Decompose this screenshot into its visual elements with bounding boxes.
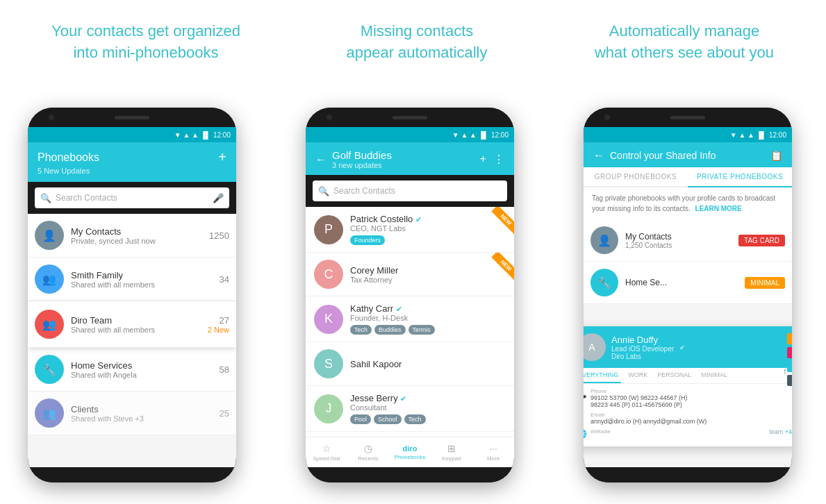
facebook-icon[interactable]: f [784,368,786,383]
phone3-bottom-bar [584,467,792,482]
nav-label: Phonebooks [395,454,425,460]
list-item[interactable]: 👤 My Contacts 1,250 Contacts TAG CARD [584,219,792,262]
search-icon: 🔍 [40,193,51,203]
phonebooks-add-button[interactable]: + [218,149,226,165]
tab-minimal[interactable]: MINIMAL [698,368,730,383]
list-item[interactable]: 👤 My Contacts Private, synced Just now 1… [28,214,236,258]
phone3-camera [604,115,610,120]
item-name: Corey Miller [350,265,506,276]
tag-minimal-button[interactable]: MINIMAL [745,277,785,289]
list-item[interactable]: S Sahil Kapoor [306,342,514,386]
list-item[interactable]: K Kathy Carr ✔ Founder, H-Desk Tech Budd… [306,296,514,342]
personal-button[interactable]: PERSONAL [787,347,792,358]
website-row: 🌐 Website team +4 [584,428,792,439]
work-button[interactable]: WORK [787,361,792,372]
list-item[interactable]: 🔧 Home Se... MINIMAL [584,262,792,304]
phone-icon: 📞 [584,389,586,398]
phone1-top-bar [28,108,236,127]
phone-row: 📞 Phone 99102 53700 (W) 98223 44567 (H) … [584,388,792,408]
list-item[interactable]: 👥 Clients Shared with Steve +3 25 [28,392,236,435]
nav-label: Keypad [442,455,461,462]
item-info: Corey Miller Tax Attorney [350,265,506,284]
list-item[interactable]: 🔧 Home Services Shared with Angela 58 [28,348,236,392]
tab-personal[interactable]: PERSONAL [654,368,694,383]
list-item[interactable]: C Corey Miller Tax Attorney NEW [306,253,514,296]
learn-more-link[interactable]: LEARN MORE [695,205,742,212]
phone2-camera [327,115,332,120]
heading-phonebooks: Your contacts get organized into mini-ph… [14,21,278,64]
heading-shared-info: Automatically manage what others see abo… [556,21,813,64]
avatar: 🔧 [35,355,64,384]
item-info: Patrick Costello ✔ CEO, NGT Labs Founder… [350,214,506,245]
nav-keypad[interactable]: ⊞ Keypad [431,437,472,467]
tag: Founders [350,235,385,245]
tab-everything[interactable]: EVERYTHING [584,368,621,383]
phone2-speaker [393,116,427,119]
item-name: Home Services [71,360,213,371]
tag-card-button[interactable]: TAG CARD [738,235,785,246]
list-item[interactable]: P Patrick Costello ✔ CEO, NGT Labs Found… [306,207,514,253]
avatar: S [314,349,343,378]
item-name: Clients [71,404,213,414]
item-desc: Shared with Steve +3 [71,414,213,423]
item-info: My Contacts Private, synced Just now [71,226,202,245]
list-item[interactable]: 👥 Diro Team Shared with all members 27 2… [28,301,236,348]
contact-company: Diro Labs [611,353,674,360]
phone1: ▼ ▲ ▲ ▐▌ 12:00 Phonebooks + 5 New Update… [28,108,236,482]
phone3: ▼ ▲ ▲ ▐▌ 12:00 ← Control your Shared Inf… [584,108,792,482]
tag: Tech [350,325,372,335]
minimal-button[interactable]: MINIMAL [787,333,792,344]
nav-more[interactable]: ··· More [472,437,514,467]
list-item[interactable]: J Joseph Carter [306,432,514,437]
overflow-menu-button[interactable]: ⋮ [493,153,504,166]
item-info: My Contacts 1,250 Contacts [625,232,732,249]
back-button[interactable]: ← [593,149,604,162]
item-count: 27 [220,315,229,326]
email-label: Email [590,412,707,418]
contacts-search[interactable]: 🔍 Search Contacts [313,180,507,201]
phone3-screen: ▼ ▲ ▲ ▐▌ 12:00 ← Control your Shared Inf… [584,127,792,467]
search-placeholder: Search Contacts [56,193,208,203]
everything-button[interactable]: EVERYTHING [787,375,792,386]
settings-icon[interactable]: 📋 [770,150,782,161]
shared-info-header: ← Control your Shared Info 📋 [584,142,792,167]
nav-label: Recents [358,455,378,462]
phonebook-tabs: GROUP PHONEBOOKS PRIVATE PHONEBOOKS [584,167,792,187]
tag: Tennis [408,325,435,335]
new-badge: 2 New [208,326,229,334]
avatar: 🔧 [590,269,618,296]
list-item[interactable]: 👥 Smith Family Shared with all members 3… [28,258,236,301]
contact-name: Annie Duffy [611,335,674,345]
add-contact-button[interactable]: + [480,153,486,166]
tab-group-phonebooks[interactable]: GROUP PHONEBOOKS [584,167,688,186]
verified-icon: ✔ [415,215,422,224]
item-role: CEO, NGT Labs [350,224,506,233]
phone1-speaker [115,116,149,119]
website-icon: 🌐 [584,429,586,439]
nav-speed-dial[interactable]: ☆ Speed Dial [306,437,347,467]
mic-icon: 🎤 [213,193,224,203]
search-placeholder: Search Contacts [333,186,502,196]
phone3-top-bar [584,108,792,127]
phonebooks-title: Phonebooks [38,151,99,164]
phone1-camera [49,115,54,120]
item-role: Tax Attorney [350,276,506,284]
tag: School [374,414,402,424]
item-count: 1,250 Contacts [625,242,732,249]
phone1-status-bar: ▼ ▲ ▲ ▐▌ 12:00 [28,127,236,142]
item-count-col: 27 2 New [208,315,229,334]
verified-icon: ✔ [400,394,406,403]
heading-missing-contacts: Missing contacts appear automatically [292,21,542,64]
tab-private-phonebooks[interactable]: PRIVATE PHONEBOOKS [688,167,792,187]
phonebooks-search[interactable]: 🔍 Search Contacts 🎤 [35,187,229,208]
tab-work[interactable]: WORK [625,368,650,383]
website-info: Website [590,428,611,435]
list-item[interactable]: J Jesse Berry ✔ Consultant Pool School T… [306,386,514,432]
more-icon: ··· [489,443,497,454]
item-name: My Contacts [71,226,202,237]
nav-phonebooks[interactable]: diro Phonebooks [389,437,431,467]
item-tags: Pool School Tech [350,414,506,424]
header-subtitle: 3 new updates [332,161,474,169]
back-button[interactable]: ← [315,153,327,166]
nav-recents[interactable]: ◷ Recents [347,437,389,467]
